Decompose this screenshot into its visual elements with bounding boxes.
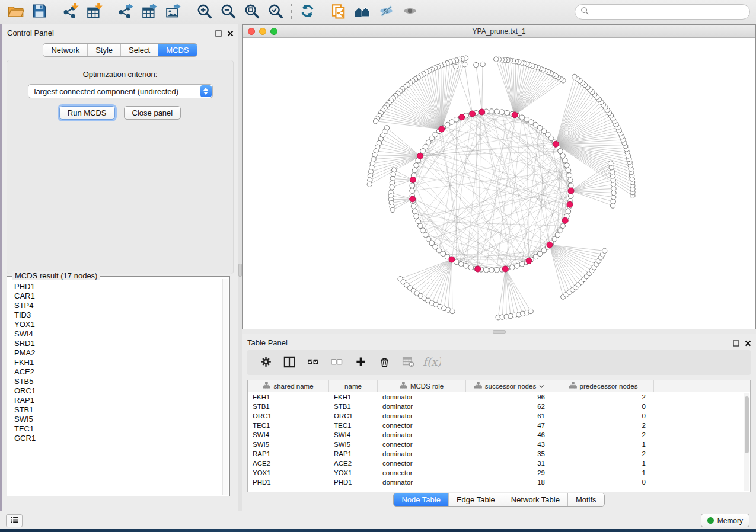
cell-predecessor-nodes[interactable]: 0 (553, 477, 654, 487)
cell-predecessor-nodes[interactable]: 1 (553, 468, 654, 477)
zoom-in-button[interactable] (193, 2, 216, 22)
tab-mcds[interactable]: MCDS (158, 44, 196, 56)
mcds-result-item[interactable]: ACE2 (14, 367, 222, 377)
horizontal-split-divider[interactable] (242, 329, 756, 334)
close-panel-icon[interactable] (745, 338, 751, 349)
column-header-MCDS-role[interactable]: MCDS role (378, 380, 466, 392)
save-session-button[interactable] (27, 2, 51, 22)
cell-successor-nodes[interactable]: 62 (466, 402, 553, 411)
table-scrollbar[interactable] (744, 393, 749, 491)
cell-MCDS-role[interactable]: dominator (378, 411, 466, 421)
mcds-result-item[interactable]: PMA2 (14, 348, 222, 358)
column-header-name[interactable]: name (329, 380, 378, 392)
mcds-result-item[interactable]: SWI4 (14, 329, 222, 339)
cell-name[interactable]: RAP1 (329, 449, 378, 459)
mcds-result-scrollbar[interactable] (222, 279, 228, 495)
cell-successor-nodes[interactable]: 18 (466, 477, 553, 487)
add-column-button[interactable] (352, 353, 369, 372)
cell-name[interactable]: ORC1 (329, 411, 378, 421)
cell-successor-nodes[interactable]: 31 (466, 459, 553, 468)
cell-name[interactable]: SWI4 (329, 430, 378, 440)
export-image-button[interactable] (161, 2, 185, 22)
mcds-result-item[interactable]: CAR1 (14, 291, 222, 301)
cell-MCDS-role[interactable]: connector (378, 440, 466, 449)
cell-MCDS-role[interactable]: dominator (378, 477, 466, 487)
cell-MCDS-role[interactable]: dominator (378, 430, 466, 440)
table-row[interactable]: YOX1YOX1connector291 (248, 468, 750, 477)
cell-successor-nodes[interactable]: 47 (466, 421, 553, 430)
cell-successor-nodes[interactable]: 46 (466, 430, 553, 440)
zoom-selected-button[interactable] (264, 2, 288, 22)
export-network-button[interactable] (114, 2, 138, 22)
column-header-predecessor-nodes[interactable]: predecessor nodes (553, 380, 654, 392)
table-row[interactable]: ORC1ORC1dominator610 (248, 411, 750, 421)
cell-successor-nodes[interactable]: 29 (466, 468, 553, 477)
cell-MCDS-role[interactable]: dominator (378, 392, 466, 402)
cell-successor-nodes[interactable]: 61 (466, 411, 553, 421)
cell-shared-name[interactable]: STB1 (248, 402, 329, 411)
table-row[interactable]: SWI5SWI5connector431 (248, 440, 750, 449)
tab-select[interactable]: Select (120, 44, 158, 56)
cell-MCDS-role[interactable]: connector (378, 459, 466, 468)
cell-MCDS-role[interactable]: connector (378, 468, 466, 477)
zoom-out-button[interactable] (216, 2, 240, 22)
mcds-result-item[interactable]: SRD1 (14, 339, 222, 348)
mcds-result-item[interactable]: ORC1 (14, 386, 222, 396)
cell-successor-nodes[interactable]: 96 (466, 392, 553, 402)
cell-predecessor-nodes[interactable]: 1 (553, 459, 654, 468)
memory-button[interactable]: Memory (701, 514, 749, 527)
first-neighbors-button[interactable] (350, 2, 374, 22)
table-row[interactable]: PHD1PHD1dominator180 (248, 477, 750, 487)
cell-predecessor-nodes[interactable]: 2 (553, 392, 654, 402)
delete-column-button[interactable] (375, 353, 393, 372)
mcds-result-item[interactable]: GCR1 (14, 434, 222, 443)
cell-MCDS-role[interactable]: dominator (378, 402, 466, 411)
cell-name[interactable]: YOX1 (329, 468, 378, 477)
mcds-result-item[interactable]: YOX1 (14, 320, 222, 329)
mcds-result-item[interactable]: PHD1 (14, 282, 222, 291)
tab-network-table[interactable]: Network Table (503, 493, 567, 506)
show-column-button[interactable] (280, 353, 298, 372)
refresh-button[interactable] (295, 2, 319, 22)
cell-name[interactable]: ACE2 (329, 459, 378, 468)
table-scrollbar-thumb[interactable] (745, 396, 749, 453)
select-all-button[interactable] (304, 353, 322, 372)
cell-successor-nodes[interactable]: 43 (466, 440, 553, 449)
deselect-all-button[interactable] (328, 353, 346, 372)
table-row[interactable]: TEC1TEC1connector472 (248, 421, 750, 430)
mcds-result-item[interactable]: TEC1 (14, 424, 222, 434)
table-row[interactable]: FKH1FKH1dominator962 (248, 392, 750, 402)
mcds-result-item[interactable]: STP4 (14, 301, 222, 310)
show-all-button[interactable] (398, 2, 422, 22)
cell-shared-name[interactable]: ORC1 (248, 411, 329, 421)
tab-edge-table[interactable]: Edge Table (448, 493, 503, 506)
cell-predecessor-nodes[interactable]: 2 (553, 421, 654, 430)
table-row[interactable]: STB1STB1dominator620 (248, 402, 750, 411)
export-table-button[interactable] (138, 2, 161, 22)
tab-style[interactable]: Style (87, 44, 120, 56)
cell-predecessor-nodes[interactable]: 0 (553, 402, 654, 411)
mcds-result-item[interactable]: STB5 (14, 377, 222, 386)
tab-network[interactable]: Network (43, 44, 87, 56)
mcds-result-item[interactable]: FKH1 (14, 358, 222, 367)
table-row[interactable]: SWI4SWI4dominator462 (248, 430, 750, 440)
cell-shared-name[interactable]: SWI5 (248, 440, 329, 449)
cell-name[interactable]: SWI5 (329, 440, 378, 449)
column-header-shared-name[interactable]: shared name (248, 380, 329, 392)
table-row[interactable]: ACE2ACE2connector311 (248, 459, 750, 468)
cell-name[interactable]: PHD1 (329, 477, 378, 487)
network-canvas[interactable] (243, 38, 755, 329)
float-panel-icon[interactable] (733, 338, 739, 349)
run-mcds-button[interactable]: Run MCDS (59, 106, 115, 120)
float-panel-icon[interactable] (215, 28, 222, 39)
open-file-button[interactable] (4, 2, 27, 22)
import-table-button[interactable] (82, 2, 106, 22)
search-input[interactable] (589, 6, 749, 18)
cell-MCDS-role[interactable]: connector (378, 421, 466, 430)
column-header-successor-nodes[interactable]: successor nodes (466, 380, 553, 392)
close-panel-button[interactable]: Close panel (124, 106, 181, 120)
cell-shared-name[interactable]: SWI4 (248, 430, 329, 440)
cell-predecessor-nodes[interactable]: 2 (553, 449, 654, 459)
cell-name[interactable]: TEC1 (329, 421, 378, 430)
tab-node-table[interactable]: Node Table (394, 493, 448, 506)
